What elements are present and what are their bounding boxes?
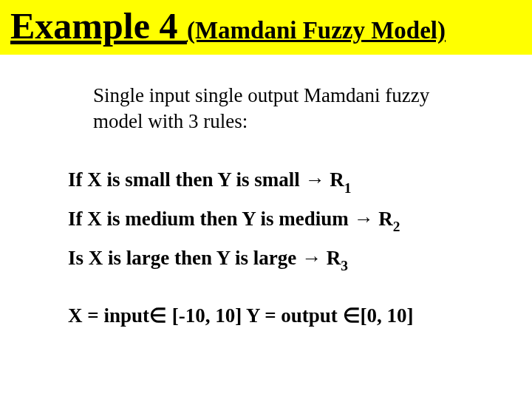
rule-1-index: 1 [344, 180, 352, 196]
title-bar: Example 4 (Mamdani Fuzzy Model) [0, 0, 532, 55]
intro-text: Single input single output Mamdani fuzzy… [93, 83, 477, 134]
rule-2-index: 2 [393, 219, 400, 234]
rule-2-text: If X is medium then Y is medium [68, 208, 354, 230]
rule-2-label: R [374, 208, 393, 230]
rule-3-label: R [321, 247, 341, 269]
y-output-label: Y = output [246, 304, 343, 327]
y-range: [0, 10] [361, 304, 414, 327]
rule-3-text: Is X is large then Y is large [68, 247, 301, 269]
arrow-icon: → [305, 168, 325, 191]
slide: Example 4 (Mamdani Fuzzy Model) Single i… [0, 0, 532, 399]
rule-3: Is X is large then Y is large → R3 [68, 245, 488, 274]
arrow-icon: → [301, 247, 321, 269]
content-area: Single input single output Mamdani fuzzy… [0, 55, 532, 329]
rule-1-text: If X is small then Y is small [68, 168, 305, 191]
domain-line: X = input∈ [-10, 10] Y = output ∈[0, 10] [68, 303, 488, 329]
rule-2: If X is medium then Y is medium → R2 [68, 206, 488, 235]
x-input-label: X = input [68, 304, 149, 327]
arrow-icon: → [354, 208, 374, 230]
title-subtitle: (Mamdani Fuzzy Model) [187, 17, 446, 44]
rule-1: If X is small then Y is small → R1 [68, 167, 488, 196]
x-range: [-10, 10] [167, 304, 246, 327]
rule-1-label: R [325, 168, 344, 191]
title-main: Example 4 [10, 5, 187, 47]
element-of-icon: ∈ [149, 304, 167, 327]
element-of-icon: ∈ [343, 304, 361, 327]
rule-3-index: 3 [341, 258, 348, 273]
